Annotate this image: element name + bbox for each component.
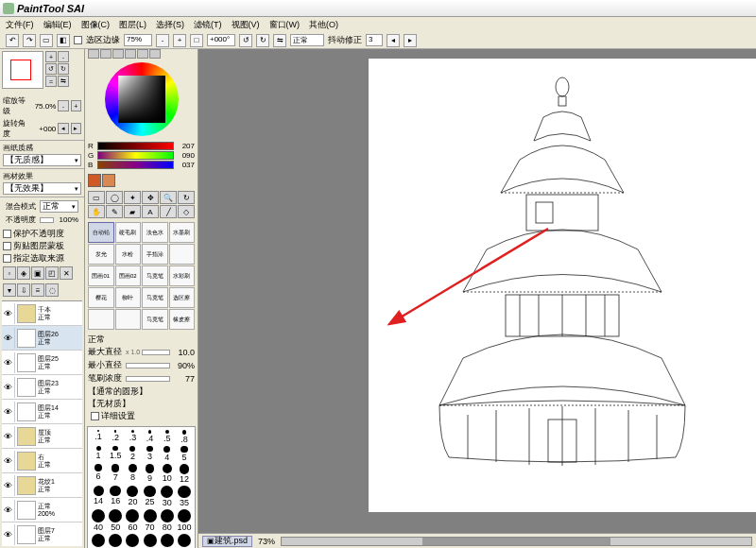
navigator-thumb[interactable] bbox=[2, 51, 43, 89]
size-preset[interactable]: 7 bbox=[108, 464, 123, 484]
move-tool[interactable]: ✥ bbox=[142, 191, 159, 204]
zoom-in-button[interactable]: + bbox=[173, 34, 186, 47]
rot-inc[interactable]: ▸ bbox=[71, 123, 81, 134]
delete-layer-button[interactable]: ✕ bbox=[60, 266, 73, 280]
layer-item[interactable]: 👁图层25正常 bbox=[2, 351, 82, 375]
size-preset[interactable]: 80 bbox=[160, 509, 175, 532]
brush-preset[interactable]: 淡色水 bbox=[142, 222, 168, 243]
selection-edge-value[interactable]: 75% bbox=[124, 34, 152, 46]
menu-file[interactable]: 文件(F) bbox=[6, 19, 34, 31]
layer-item[interactable]: 👁图层23正常 bbox=[2, 375, 82, 400]
size-preset[interactable]: 35 bbox=[177, 486, 192, 508]
flatten-button[interactable]: ≡ bbox=[31, 283, 44, 297]
select-rect-tool[interactable]: ▭ bbox=[88, 191, 105, 204]
menu-window[interactable]: 窗口(W) bbox=[269, 19, 301, 31]
brush-preset[interactable]: 水彩刷 bbox=[169, 265, 196, 286]
file-tab[interactable]: ▣ 建筑.psd bbox=[202, 536, 252, 547]
visibility-icon[interactable]: 👁 bbox=[2, 500, 15, 521]
zoom-tool[interactable]: 🔍 bbox=[160, 191, 177, 204]
new-folder-button[interactable]: ▣ bbox=[31, 266, 44, 280]
menu-view[interactable]: 视图(V) bbox=[232, 19, 260, 31]
size-preset[interactable]: .8 bbox=[177, 430, 192, 444]
nav-flip[interactable]: ⇋ bbox=[58, 76, 69, 87]
detail-check[interactable] bbox=[91, 412, 99, 420]
size-preset[interactable]: .1 bbox=[91, 430, 106, 444]
brush-preset[interactable]: 国画02 bbox=[115, 265, 142, 286]
undo-button[interactable]: ↶ bbox=[6, 34, 19, 47]
visibility-icon[interactable]: 👁 bbox=[2, 328, 15, 349]
size-preset[interactable]: 2 bbox=[125, 446, 140, 463]
visibility-icon[interactable]: 👁 bbox=[2, 352, 15, 373]
stabilizer-value[interactable]: 3 bbox=[366, 34, 383, 46]
rotate-cw-button[interactable]: ↻ bbox=[256, 34, 269, 47]
menu-filter[interactable]: 滤镜(T) bbox=[194, 19, 222, 31]
stabilizer-down[interactable]: ◂ bbox=[387, 34, 400, 47]
color-wheel[interactable] bbox=[85, 59, 198, 140]
redo-button[interactable]: ↷ bbox=[23, 34, 36, 47]
menu-image[interactable]: 图像(C) bbox=[81, 19, 111, 31]
text-tool[interactable]: A bbox=[142, 205, 159, 218]
rotate-ccw-button[interactable]: ↺ bbox=[239, 34, 252, 47]
color-tab-mixer[interactable] bbox=[125, 49, 136, 59]
visibility-icon[interactable]: 👁 bbox=[2, 451, 15, 471]
size-preset[interactable]: 10 bbox=[160, 464, 175, 484]
size-preset[interactable]: 120 bbox=[91, 534, 106, 548]
visibility-icon[interactable]: 👁 bbox=[2, 524, 15, 545]
size-preset[interactable]: 3 bbox=[142, 446, 157, 463]
paper-texture-select[interactable]: 【无质感】 bbox=[3, 154, 81, 166]
color-tab-swatch[interactable] bbox=[137, 49, 148, 59]
merge-down-button[interactable]: ▾ bbox=[3, 283, 16, 297]
size-preset[interactable]: .3 bbox=[125, 430, 140, 444]
lasso-tool[interactable]: ◯ bbox=[106, 191, 123, 204]
layer-item[interactable]: 👁右正常 bbox=[2, 449, 82, 473]
size-preset[interactable]: 300 bbox=[160, 534, 175, 548]
bucket-tool[interactable]: ▰ bbox=[124, 205, 141, 218]
size-preset[interactable]: 12 bbox=[177, 464, 192, 484]
size-preset[interactable]: 70 bbox=[142, 509, 157, 532]
zoom-dec[interactable]: - bbox=[58, 100, 68, 111]
layer-item[interactable]: 👁屋顶正常 bbox=[2, 424, 82, 449]
nav-zoom-out[interactable]: - bbox=[58, 51, 69, 62]
size-preset[interactable]: 16 bbox=[108, 486, 123, 508]
brush-preset[interactable] bbox=[115, 309, 142, 330]
brush-preset[interactable]: 马克笔 bbox=[142, 309, 168, 330]
size-preset[interactable]: .4 bbox=[142, 430, 157, 444]
canvas-area[interactable]: 10.0 bbox=[198, 49, 756, 548]
density-slider[interactable] bbox=[126, 376, 170, 382]
wand-tool[interactable]: ✦ bbox=[124, 191, 141, 204]
opacity-slider[interactable] bbox=[40, 217, 54, 223]
layer-item[interactable]: 👁图层14正常 bbox=[2, 400, 82, 424]
line-tool[interactable]: ╱ bbox=[160, 205, 177, 218]
brush-preset[interactable]: 国画01 bbox=[88, 265, 114, 286]
brush-preset[interactable]: 发光 bbox=[88, 244, 114, 265]
menu-edit[interactable]: 编辑(E) bbox=[43, 19, 72, 31]
size-preset[interactable]: 25 bbox=[142, 486, 157, 508]
stabilizer-up[interactable]: ▸ bbox=[404, 34, 417, 47]
brush-preset[interactable]: 手指涂 bbox=[142, 244, 168, 265]
size-preset[interactable]: 1.5 bbox=[108, 446, 123, 463]
brush-preset[interactable]: 自动铅 bbox=[88, 222, 114, 243]
rotate-tool[interactable]: ↻ bbox=[178, 191, 195, 204]
nav-reset[interactable]: = bbox=[45, 76, 57, 87]
brush-preset[interactable]: 马克笔 bbox=[142, 265, 168, 286]
brush-preset[interactable]: 水粉 bbox=[115, 244, 142, 265]
hand-tool[interactable]: ✋ bbox=[88, 205, 105, 218]
nav-rot-ccw[interactable]: ↺ bbox=[45, 63, 57, 75]
visibility-icon[interactable]: 👁 bbox=[2, 377, 15, 398]
clip-mask-check[interactable] bbox=[3, 242, 11, 250]
size-preset[interactable]: 40 bbox=[91, 509, 106, 532]
nav-zoom-in[interactable]: + bbox=[45, 51, 57, 62]
max-size-slider[interactable] bbox=[142, 350, 170, 355]
eyedropper-tool[interactable]: ✎ bbox=[106, 205, 123, 218]
layer-item[interactable]: 👁正常200% bbox=[2, 498, 82, 522]
color-tab-rgb[interactable] bbox=[100, 49, 112, 59]
zoom-fit-button[interactable]: □ bbox=[190, 34, 203, 47]
selection-edge-check[interactable] bbox=[74, 36, 82, 44]
layer-item[interactable]: 👁花纹1正常 bbox=[2, 473, 82, 498]
size-preset[interactable]: 1 bbox=[91, 446, 106, 463]
size-preset[interactable]: .2 bbox=[108, 430, 123, 444]
size-preset[interactable]: 100 bbox=[177, 509, 192, 532]
size-preset[interactable]: 14 bbox=[91, 486, 106, 508]
h-scrollbar[interactable] bbox=[281, 537, 752, 546]
size-preset[interactable]: 9 bbox=[142, 464, 157, 484]
